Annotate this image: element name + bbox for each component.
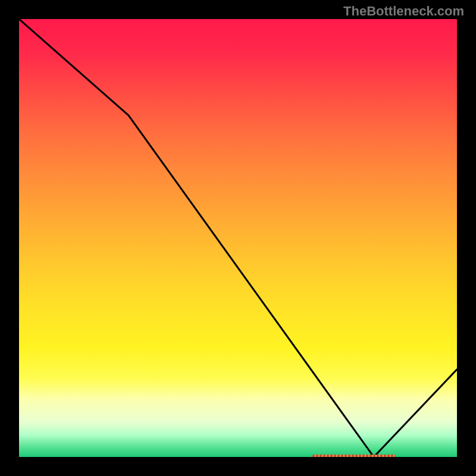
chart-line-series — [19, 19, 457, 457]
watermark-text: TheBottleneck.com — [343, 4, 464, 19]
chart-plot-area — [19, 19, 457, 457]
chart-marker-band — [312, 455, 396, 457]
